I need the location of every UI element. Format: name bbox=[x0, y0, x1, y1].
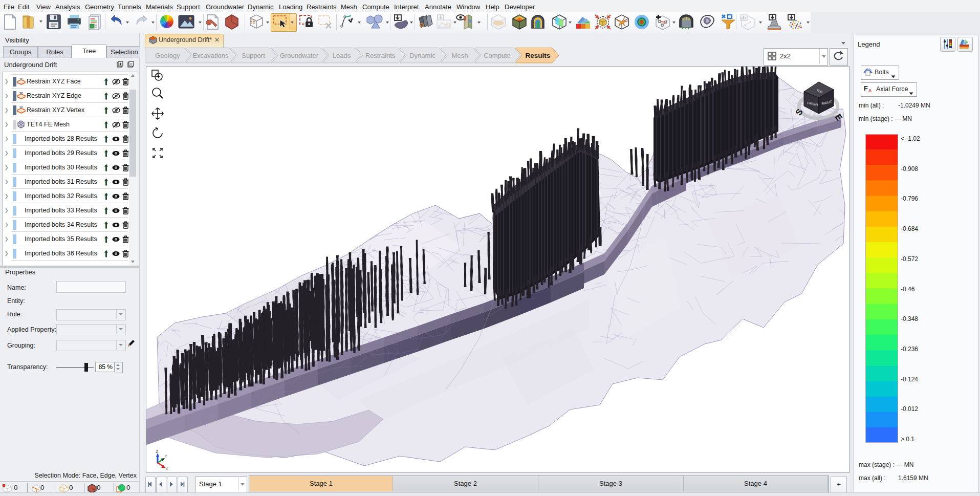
svg-text:Compute: Compute bbox=[484, 52, 511, 59]
svg-text:Groundwater: Groundwater bbox=[280, 52, 319, 59]
svg-text:Mesh: Mesh bbox=[452, 52, 468, 59]
svg-text:Results: Results bbox=[526, 52, 551, 59]
svg-text:Z: Z bbox=[156, 449, 159, 454]
svg-text:Geology: Geology bbox=[155, 52, 180, 59]
svg-text:Loads: Loads bbox=[333, 52, 351, 59]
svg-text:Excavations: Excavations bbox=[192, 52, 229, 59]
svg-text:X: X bbox=[165, 466, 168, 471]
svg-text:Y: Y bbox=[164, 454, 167, 459]
svg-text:Dynamic: Dynamic bbox=[409, 52, 435, 59]
svg-text:Restraints: Restraints bbox=[365, 52, 396, 59]
svg-text:Support: Support bbox=[242, 52, 265, 59]
